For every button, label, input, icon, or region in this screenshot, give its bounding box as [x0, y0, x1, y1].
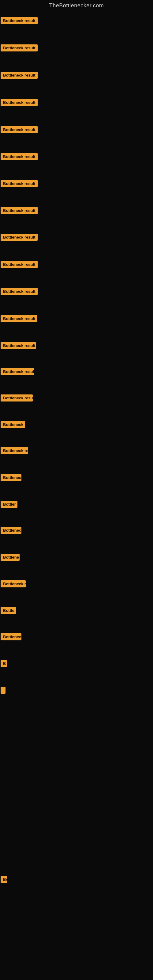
bottleneck-badge-1[interactable]: Bottleneck result: [1, 17, 38, 24]
bottleneck-badge-12[interactable]: Bottleneck result: [1, 315, 37, 322]
bottleneck-row-18: Bottlenec: [1, 474, 21, 481]
bottleneck-row-24: Bottlenec: [1, 633, 21, 640]
bottleneck-row-14: Bottleneck result: [1, 368, 34, 375]
bottleneck-badge-18[interactable]: Bottlenec: [1, 474, 21, 481]
bottleneck-row-26: [1, 687, 5, 694]
bottleneck-badge-17[interactable]: Bottleneck res: [1, 447, 28, 454]
bottleneck-badge-25[interactable]: B: [1, 660, 7, 667]
bottleneck-row-1: Bottleneck result: [1, 17, 38, 24]
bottleneck-badge-10[interactable]: Bottleneck result: [1, 261, 38, 268]
bottleneck-row-16: Bottleneck: [1, 421, 25, 428]
bottleneck-row-20: Bottlenec: [1, 527, 21, 534]
bottleneck-row-21: Bottlene: [1, 554, 19, 561]
bottleneck-badge-5[interactable]: Bottleneck result: [1, 126, 38, 133]
bottleneck-row-15: Bottleneck resul: [1, 395, 33, 401]
bottleneck-row-22: Bottleneck r: [1, 580, 26, 587]
bottleneck-row-10: Bottleneck result: [1, 261, 38, 268]
bottleneck-row-7: Bottleneck result: [1, 180, 38, 187]
bottleneck-badge-22[interactable]: Bottleneck r: [1, 580, 26, 587]
bottleneck-badge-15[interactable]: Bottleneck resul: [1, 395, 33, 401]
bottleneck-badge-14[interactable]: Bottleneck result: [1, 368, 34, 375]
bottleneck-row-19: Bottler: [1, 501, 18, 508]
bottleneck-row-12: Bottleneck result: [1, 315, 37, 322]
bottleneck-row-6: Bottleneck result: [1, 153, 38, 160]
bottleneck-row-4: Bottleneck result: [1, 99, 38, 106]
bottleneck-badge-7[interactable]: Bottleneck result: [1, 180, 38, 187]
bottleneck-row-2: Bottleneck result: [1, 45, 38, 51]
bottleneck-row-3: Bottleneck result: [1, 72, 38, 79]
bottleneck-badge-6[interactable]: Bottleneck result: [1, 153, 38, 160]
bottleneck-badge-13[interactable]: Bottleneck result: [1, 342, 36, 349]
site-title: TheBottlenecker.com: [0, 0, 153, 11]
bottleneck-row-11: Bottleneck result: [1, 288, 38, 295]
bottleneck-badge-16[interactable]: Bottleneck: [1, 421, 25, 428]
bottleneck-row-23: Bottle: [1, 607, 16, 614]
bottleneck-badge-9[interactable]: Bottleneck result: [1, 234, 38, 241]
bottleneck-badge-23[interactable]: Bottle: [1, 607, 16, 614]
bottleneck-badge-27[interactable]: Bo: [1, 876, 7, 883]
bottleneck-row-25: B: [1, 660, 7, 667]
bottleneck-badge-20[interactable]: Bottlenec: [1, 527, 21, 534]
bottleneck-row-17: Bottleneck res: [1, 447, 28, 454]
bottleneck-badge-19[interactable]: Bottler: [1, 501, 18, 508]
bottleneck-row-9: Bottleneck result: [1, 234, 38, 241]
bottleneck-badge-2[interactable]: Bottleneck result: [1, 45, 38, 51]
bottleneck-badge-11[interactable]: Bottleneck result: [1, 288, 38, 295]
bottleneck-row-8: Bottleneck result: [1, 207, 38, 214]
bottleneck-badge-4[interactable]: Bottleneck result: [1, 99, 38, 106]
bottleneck-badge-24[interactable]: Bottlenec: [1, 633, 21, 640]
bottleneck-row-13: Bottleneck result: [1, 342, 36, 349]
bottleneck-row-5: Bottleneck result: [1, 126, 38, 133]
bottleneck-row-27: Bo: [1, 876, 7, 883]
bottleneck-badge-26[interactable]: [1, 687, 5, 694]
bottleneck-badge-21[interactable]: Bottlene: [1, 554, 19, 561]
bottleneck-badge-3[interactable]: Bottleneck result: [1, 72, 38, 79]
bottleneck-badge-8[interactable]: Bottleneck result: [1, 207, 38, 214]
